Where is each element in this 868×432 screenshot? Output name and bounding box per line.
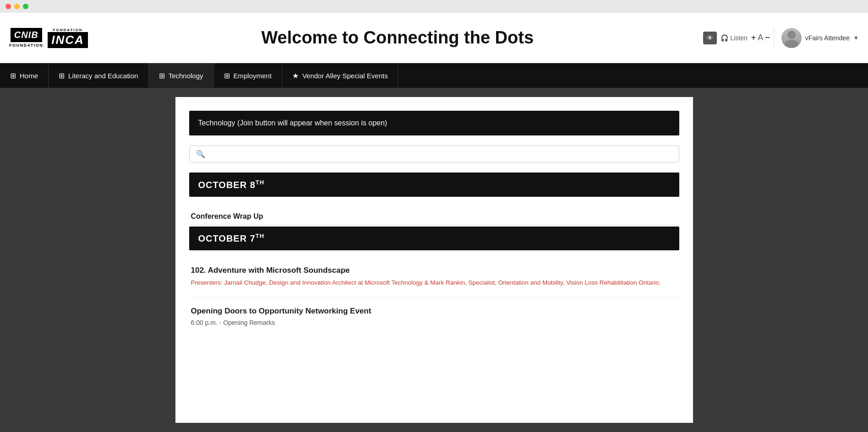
user-name: vFairs Attendee xyxy=(805,34,850,42)
date-header-oct8: OCTOBER 8TH xyxy=(189,173,679,197)
session-102-presenters: Presenters: Jarnail Chudge, Design and I… xyxy=(191,278,677,287)
inca-logo: FONDATION INCA xyxy=(48,28,88,48)
listen-button[interactable]: 🎧 Listen xyxy=(721,34,747,42)
font-icon: A xyxy=(758,33,763,43)
date-oct8-suffix: TH xyxy=(256,179,264,186)
cnib-sub: FOUNDATION xyxy=(9,43,43,48)
site-title: Welcome to Connecting the Dots xyxy=(92,28,703,48)
session-102-title[interactable]: 102. Adventure with Microsoft Soundscape xyxy=(191,266,677,275)
close-button[interactable] xyxy=(5,4,11,9)
session-title-confwrap: Conference Wrap Up xyxy=(191,212,263,220)
dropdown-arrow-icon: ▼ xyxy=(853,35,859,41)
search-bar: 🔍 xyxy=(189,146,679,162)
avatar-silhouette xyxy=(781,28,802,48)
accessibility-button[interactable]: 👁 xyxy=(703,32,717,44)
session-networking-title[interactable]: Opening Doors to Opportunity Networking … xyxy=(191,307,677,316)
date-oct7-label: OCTOBER 7TH xyxy=(198,233,265,243)
fondation-label: FONDATION xyxy=(53,28,83,32)
content-area: Technology (Join button will appear when… xyxy=(175,97,693,423)
page-wrapper: Technology (Join button will appear when… xyxy=(0,88,868,432)
maximize-button[interactable] xyxy=(23,4,28,9)
nav-item-employment[interactable]: ⊞ Employment xyxy=(214,63,282,88)
eye-icon: 👁 xyxy=(707,34,713,42)
navbar: ⊞ Home ⊞ Literacy and Education ⊞ Techno… xyxy=(0,63,868,88)
session-networking-time: 6:00 p.m. - Opening Remarks xyxy=(191,319,677,326)
font-controls: + A − xyxy=(751,33,770,43)
date-oct8-label: OCTOBER 8TH xyxy=(198,180,265,190)
titlebar xyxy=(0,0,868,13)
cnib-logo: CNIB FOUNDATION xyxy=(9,28,43,48)
session-banner: Technology (Join button will appear when… xyxy=(189,111,679,135)
nav-label-employment: Employment xyxy=(234,72,272,80)
user-area[interactable]: vFairs Attendee ▼ xyxy=(774,28,859,48)
grid-icon: ⊞ xyxy=(159,71,165,80)
grid-icon: ⊞ xyxy=(10,71,16,80)
session-item-102: 102. Adventure with Microsoft Soundscape… xyxy=(189,259,679,297)
inca-box: INCA xyxy=(48,32,88,48)
grid-icon: ⊞ xyxy=(59,71,65,80)
session-banner-text: Technology (Join button will appear when… xyxy=(198,119,388,127)
header-controls: 👁 🎧 Listen + A − vFairs Attendee ▼ xyxy=(703,28,859,48)
date-oct7-day: OCTOBER 7 xyxy=(198,233,256,243)
search-icon: 🔍 xyxy=(196,150,205,158)
search-input[interactable] xyxy=(209,150,672,158)
avatar-body xyxy=(785,40,798,48)
logo-area: CNIB FOUNDATION FONDATION INCA xyxy=(9,28,92,48)
cnib-box: CNIB xyxy=(11,28,42,42)
font-decrease-button[interactable]: − xyxy=(765,33,770,43)
nav-item-vendor[interactable]: ★ Vendor Alley Special Events xyxy=(282,63,399,88)
nav-item-literacy[interactable]: ⊞ Literacy and Education xyxy=(49,63,149,88)
nav-label-vendor: Vendor Alley Special Events xyxy=(302,72,388,80)
star-icon: ★ xyxy=(292,71,299,80)
grid-icon: ⊞ xyxy=(224,71,230,80)
nav-label-technology: Technology xyxy=(169,72,203,80)
nav-item-technology[interactable]: ⊞ Technology xyxy=(149,63,214,88)
session-item-networking: Opening Doors to Opportunity Networking … xyxy=(189,299,679,334)
date-oct7-suffix: TH xyxy=(256,233,264,240)
nav-label-home: Home xyxy=(20,72,38,80)
avatar-head xyxy=(787,31,796,39)
date-oct8-day: OCTOBER 8 xyxy=(198,180,256,190)
avatar xyxy=(781,28,802,48)
header: CNIB FOUNDATION FONDATION INCA Welcome t… xyxy=(0,13,868,63)
nav-item-home[interactable]: ⊞ Home xyxy=(0,63,49,88)
listen-label: Listen xyxy=(730,34,747,42)
headphone-icon: 🎧 xyxy=(721,34,728,42)
font-increase-button[interactable]: + xyxy=(751,33,756,43)
minimize-button[interactable] xyxy=(14,4,20,9)
nav-label-literacy: Literacy and Education xyxy=(68,72,138,80)
date-header-oct7: OCTOBER 7TH xyxy=(189,227,679,251)
conf-wrap-session: Conference Wrap Up xyxy=(189,205,679,225)
